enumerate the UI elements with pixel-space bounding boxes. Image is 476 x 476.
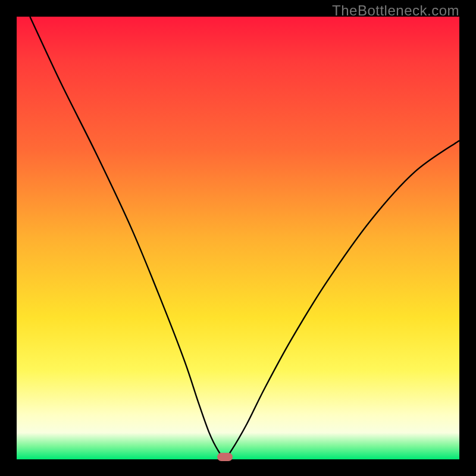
plot-area — [17, 17, 459, 459]
bottleneck-curve — [30, 17, 459, 458]
outer-frame: TheBottleneck.com — [0, 0, 476, 476]
minimum-marker — [217, 453, 233, 461]
curve-layer — [17, 17, 459, 459]
